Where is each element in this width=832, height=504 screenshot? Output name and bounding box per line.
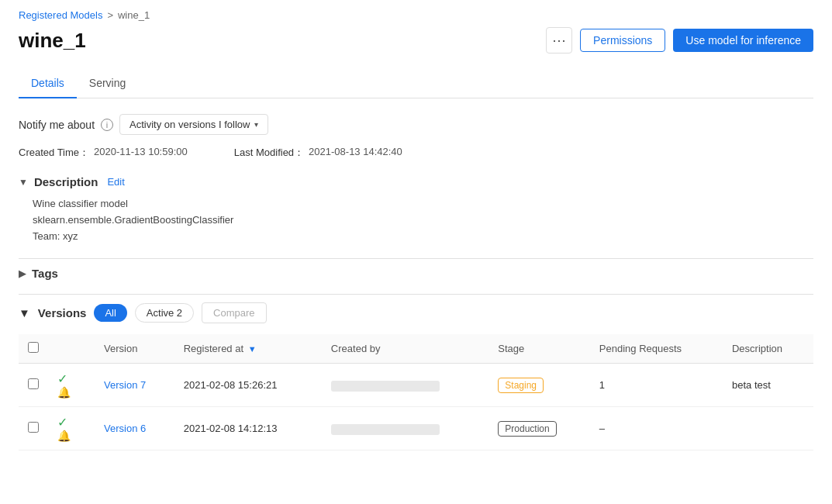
breadcrumb-parent[interactable]: Registered Models bbox=[19, 9, 102, 21]
table-row: ✓ 🔔 Version 6 2021-02-08 14:12:13 Produc… bbox=[19, 407, 813, 450]
row2-status-icon: ✓ bbox=[57, 416, 67, 429]
page-header: wine_1 ⋯ Permissions Use model for infer… bbox=[19, 27, 813, 54]
created-time-value: 2020-11-13 10:59:00 bbox=[94, 146, 188, 160]
page-title: wine_1 bbox=[19, 29, 86, 53]
row1-version-cell: Version 7 bbox=[95, 364, 174, 407]
last-modified-label: Last Modified： bbox=[234, 146, 304, 160]
row1-registered-at-cell: 2021-02-08 15:26:21 bbox=[174, 364, 322, 407]
col-created-by: Created by bbox=[322, 334, 488, 364]
notify-label: Notify me about bbox=[19, 119, 95, 131]
description-edit-button[interactable]: Edit bbox=[107, 176, 124, 188]
row1-checkbox-cell bbox=[19, 364, 48, 407]
description-line-1: Wine classifier model bbox=[33, 196, 813, 212]
description-line-3: Team: xyz bbox=[33, 229, 813, 245]
info-icon[interactable]: i bbox=[101, 119, 113, 131]
col-pending: Pending Requests bbox=[590, 334, 723, 364]
tab-serving[interactable]: Serving bbox=[77, 69, 138, 98]
versions-table: Version Registered at ▼ Created by Stage… bbox=[19, 334, 813, 450]
versions-header: ▼ Versions All Active 2 Compare bbox=[19, 302, 813, 323]
tags-toggle-icon: ▶ bbox=[19, 268, 26, 279]
versions-section: ▼ Versions All Active 2 Compare Version … bbox=[19, 302, 813, 450]
versions-active-button[interactable]: Active 2 bbox=[135, 303, 194, 323]
row2-bell-icon[interactable]: 🔔 bbox=[57, 430, 71, 442]
meta-row: Created Time： 2020-11-13 10:59:00 Last M… bbox=[19, 146, 813, 160]
row1-stage-badge: Staging bbox=[498, 378, 544, 393]
row1-version-link[interactable]: Version 7 bbox=[104, 379, 146, 391]
row2-description-cell bbox=[723, 407, 813, 450]
row2-stage-cell: Production bbox=[488, 407, 590, 450]
row1-created-by-cell bbox=[322, 364, 488, 407]
row2-user-blur bbox=[331, 424, 440, 435]
versions-compare-button[interactable]: Compare bbox=[202, 302, 266, 323]
row1-status-icon: ✓ bbox=[57, 372, 67, 385]
row2-checkbox-cell bbox=[19, 407, 48, 450]
col-description: Description bbox=[723, 334, 813, 364]
col-status bbox=[48, 334, 95, 364]
description-line-2: sklearn.ensemble.GradientBoostingClassif… bbox=[33, 212, 813, 229]
created-time-label: Created Time： bbox=[19, 146, 89, 160]
notify-row: Notify me about i Activity on versions I… bbox=[19, 114, 813, 135]
col-checkbox bbox=[19, 334, 48, 364]
description-content: Wine classifier model sklearn.ensemble.G… bbox=[33, 196, 813, 244]
row1-description-cell: beta test bbox=[723, 364, 813, 407]
row2-version-link[interactable]: Version 6 bbox=[104, 423, 146, 434]
row1-pending-cell: 1 bbox=[590, 364, 723, 407]
row2-version-cell: Version 6 bbox=[95, 407, 174, 450]
row2-status-cell: ✓ 🔔 bbox=[48, 407, 95, 450]
col-registered-at[interactable]: Registered at ▼ bbox=[174, 334, 322, 364]
row2-created-by-cell bbox=[322, 407, 488, 450]
tab-bar: Details Serving bbox=[19, 69, 813, 98]
tab-details[interactable]: Details bbox=[19, 69, 77, 98]
description-title: Description bbox=[34, 175, 98, 188]
tags-title: Tags bbox=[32, 267, 58, 280]
select-all-checkbox[interactable] bbox=[28, 342, 39, 353]
row2-registered-at-cell: 2021-02-08 14:12:13 bbox=[174, 407, 322, 450]
description-section: ▼ Description Edit Wine classifier model… bbox=[19, 175, 813, 244]
row2-checkbox[interactable] bbox=[28, 422, 39, 433]
versions-toggle-icon: ▼ bbox=[19, 306, 30, 319]
row2-pending-cell: – bbox=[590, 407, 723, 450]
row1-stage-cell: Staging bbox=[488, 364, 590, 407]
description-header[interactable]: ▼ Description Edit bbox=[19, 175, 813, 188]
breadcrumb: Registered Models > wine_1 bbox=[19, 9, 813, 21]
use-model-inference-button[interactable]: Use model for inference bbox=[673, 29, 813, 52]
divider-2 bbox=[19, 294, 813, 295]
col-version: Version bbox=[95, 334, 174, 364]
description-toggle-icon: ▼ bbox=[19, 177, 28, 188]
divider-1 bbox=[19, 258, 813, 259]
notify-dropdown[interactable]: Activity on versions I follow ▾ bbox=[119, 114, 268, 135]
sort-icon: ▼ bbox=[248, 344, 257, 354]
breadcrumb-current: wine_1 bbox=[118, 9, 150, 21]
last-modified: Last Modified： 2021-08-13 14:42:40 bbox=[234, 146, 402, 160]
col-stage: Stage bbox=[488, 334, 590, 364]
notify-dropdown-text: Activity on versions I follow bbox=[129, 119, 250, 130]
row1-user-blur bbox=[331, 381, 440, 392]
col-registered-at-label: Registered at bbox=[184, 343, 243, 354]
tags-section: ▶ Tags bbox=[19, 267, 813, 280]
chevron-down-icon: ▾ bbox=[254, 120, 258, 129]
permissions-button[interactable]: Permissions bbox=[580, 29, 665, 52]
last-modified-value: 2021-08-13 14:42:40 bbox=[309, 146, 402, 160]
table-header-row: Version Registered at ▼ Created by Stage… bbox=[19, 334, 813, 364]
versions-all-button[interactable]: All bbox=[94, 304, 126, 322]
row2-stage-badge: Production bbox=[498, 421, 556, 437]
header-actions: ⋯ Permissions Use model for inference bbox=[546, 27, 813, 54]
created-time: Created Time： 2020-11-13 10:59:00 bbox=[19, 146, 188, 160]
row1-bell-icon[interactable]: 🔔 bbox=[57, 386, 71, 399]
versions-title: Versions bbox=[38, 306, 87, 319]
more-options-button[interactable]: ⋯ bbox=[546, 27, 572, 54]
breadcrumb-separator: > bbox=[107, 9, 113, 21]
row1-checkbox[interactable] bbox=[28, 378, 39, 389]
table-row: ✓ 🔔 Version 7 2021-02-08 15:26:21 Stagin… bbox=[19, 364, 813, 407]
tags-header[interactable]: ▶ Tags bbox=[19, 267, 813, 280]
row1-status-cell: ✓ 🔔 bbox=[48, 364, 95, 407]
